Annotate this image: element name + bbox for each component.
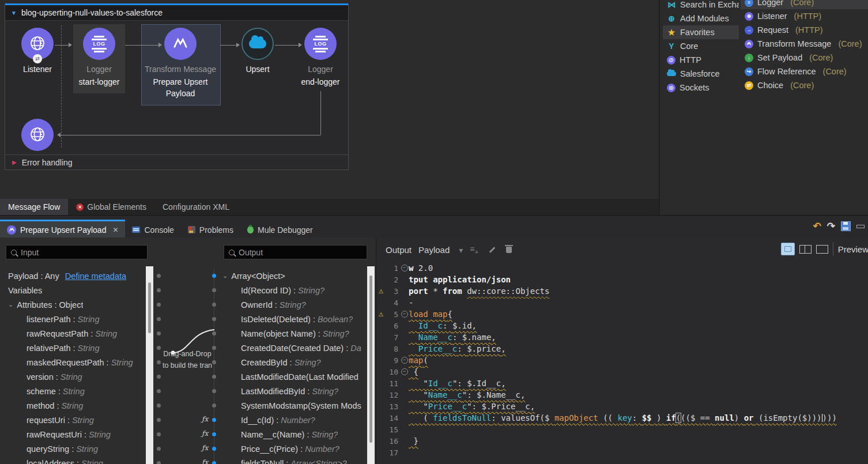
fx-expression-icon[interactable]: ƒx <box>202 415 211 423</box>
tree-expand-icon[interactable]: ⌄ <box>8 301 13 308</box>
input-anchor-dot[interactable] <box>157 432 161 436</box>
palette-item-set-payload[interactable]: ↓Set Payload(Core) <box>741 51 868 65</box>
output-anchor-dot[interactable] <box>212 303 216 307</box>
palette-item-choice[interactable]: ⇄Choice(Core) <box>741 78 868 92</box>
output-row-isdeleted-deleted[interactable]: IsDeleted(Deleted) : Boolean? <box>241 312 353 326</box>
output-anchor-dot[interactable] <box>212 288 216 292</box>
code-line-2[interactable]: 2tput application/json <box>376 274 868 285</box>
mapped-anchor-dot[interactable] <box>212 461 216 464</box>
output-anchor-dot[interactable] <box>212 389 216 393</box>
palette-item-transform-message[interactable]: Transform Message(Core) <box>741 37 868 51</box>
input-anchor-dot[interactable] <box>157 461 161 464</box>
input-row-attributes-object[interactable]: ⌄Attributes : Object <box>8 297 83 312</box>
output-row-systemmodstamp-system-mo[interactable]: SystemModstamp(System Mods <box>241 398 361 413</box>
input-row-listenerpath[interactable]: listenerPath : String <box>27 312 100 326</box>
code-line-8[interactable]: 8 Price__c: $.price, <box>376 343 868 354</box>
redo-icon[interactable]: ↷ <box>827 221 835 231</box>
delete-icon[interactable] <box>506 247 512 253</box>
input-anchor-dot[interactable] <box>157 389 161 393</box>
fx-expression-icon[interactable]: ƒx <box>202 458 211 464</box>
output-row-fieldstonull[interactable]: fieldsToNull : Array<String>? <box>241 456 347 464</box>
code-view-button[interactable] <box>781 243 795 255</box>
flow-node-start-logger[interactable]: LOG Logger start-logger <box>73 28 125 88</box>
error-handling-section[interactable]: ▶ Error handling <box>5 154 348 169</box>
add-target-icon[interactable]: ≡+ <box>470 244 478 255</box>
input-anchor-dot[interactable] <box>157 274 161 278</box>
flow-collapse-icon[interactable]: ▼ <box>11 10 17 16</box>
palette-category-add-modules[interactable]: ⊕Add Modules <box>663 12 739 25</box>
editor-target-label[interactable]: Payload <box>418 245 450 255</box>
output-row-price-c-price[interactable]: Price__c(Price) : Number? <box>241 442 339 456</box>
logger-node-circle[interactable]: LOG <box>304 28 337 60</box>
code-line-5[interactable]: ⚠5−load map{ <box>376 308 868 320</box>
single-view-button[interactable] <box>816 245 828 254</box>
output-anchor-dot[interactable] <box>212 317 216 321</box>
error-handling-expand-icon[interactable]: ▶ <box>12 159 17 165</box>
close-tab-icon[interactable]: ✕ <box>112 226 118 234</box>
input-anchor-dot[interactable] <box>157 375 161 379</box>
output-search-field[interactable]: Output <box>224 245 367 259</box>
input-search-field[interactable]: Input <box>6 245 148 259</box>
code-line-11[interactable]: 11 "Id__c": $.Id__c, <box>376 378 868 389</box>
flow-node-listener[interactable]: ⇄ Listener <box>14 28 61 74</box>
code-line-14[interactable]: 14 ( fieldsToNull: valuesOf($ mapObject … <box>376 412 868 424</box>
mapped-anchor-dot[interactable] <box>212 274 216 278</box>
input-row-scheme[interactable]: scheme : String <box>27 384 85 398</box>
palette-category-http[interactable]: @HTTP <box>663 53 739 67</box>
listener-node-circle[interactable] <box>21 119 54 151</box>
tab-console[interactable]: Console <box>125 221 180 238</box>
preview-toggle[interactable]: Preview <box>838 244 868 254</box>
palette-item-request[interactable]: →Request(HTTP) <box>741 23 868 37</box>
code-line-15[interactable]: 15 <box>376 424 868 435</box>
fold-marker-icon[interactable]: − <box>401 368 408 375</box>
tab-prepare-upsert-payload[interactable]: Prepare Upsert Payload ✕ <box>0 220 125 238</box>
code-line-12[interactable]: 12 "Name__c": $.Name__c, <box>376 389 868 401</box>
flow-node-listener-response[interactable] <box>14 119 61 151</box>
code-line-17[interactable]: 17 <box>376 447 868 458</box>
input-anchor-dot[interactable] <box>157 403 161 408</box>
define-metadata-link[interactable]: Define metadata <box>65 271 126 281</box>
input-row-localaddress[interactable]: localAddress : String <box>27 456 103 464</box>
save-icon[interactable] <box>841 221 851 231</box>
chevron-down-icon[interactable]: ▾ <box>459 246 463 255</box>
code-line-10[interactable]: 10− { <box>376 366 868 378</box>
output-row-createdbyid[interactable]: CreatedById : String? <box>241 355 321 369</box>
input-anchor-dot[interactable] <box>157 317 161 321</box>
flow-header[interactable]: ▼ blog-upserting-null-values-to-salesfor… <box>5 5 348 21</box>
palette-category-search-in-excha[interactable]: ⋈Search in Excha <box>663 0 739 12</box>
input-anchor-dot[interactable] <box>157 418 161 422</box>
output-row-ownerid[interactable]: OwnerId : String? <box>241 297 306 312</box>
flow-container[interactable]: ▼ blog-upserting-null-values-to-salesfor… <box>5 3 349 170</box>
input-row-requesturi[interactable]: requestUri : String <box>27 413 94 427</box>
input-row-method[interactable]: method : String <box>27 398 83 413</box>
tab-mule-debugger[interactable]: Mule Debugger <box>240 221 320 238</box>
tab-configuration-xml[interactable]: Configuration XML <box>154 199 237 215</box>
output-row-id-c-id[interactable]: Id__c(Id) : Number? <box>241 413 315 427</box>
input-row-payload-any[interactable]: Payload : AnyDefine metadata <box>8 269 126 283</box>
input-anchor-dot[interactable] <box>157 303 161 307</box>
output-anchor-dot[interactable] <box>212 403 216 408</box>
output-scrollbar[interactable] <box>367 266 375 464</box>
input-row-rawrequestpath[interactable]: rawRequestPath : String <box>27 326 117 341</box>
edit-icon[interactable] <box>489 247 496 253</box>
flow-node-upsert[interactable]: Upsert <box>235 28 281 74</box>
mapped-anchor-dot[interactable] <box>212 447 216 451</box>
minimize-panel-icon[interactable] <box>856 225 865 228</box>
input-row-variables[interactable]: Variables <box>8 283 42 297</box>
split-view-button[interactable] <box>799 245 812 254</box>
code-line-1[interactable]: 1−w 2.0 <box>376 262 868 274</box>
code-line-16[interactable]: 16 } <box>376 435 868 447</box>
input-anchor-dot[interactable] <box>157 331 161 335</box>
code-line-7[interactable]: 7 Name__c: $.name, <box>376 331 868 343</box>
dataweave-code-editor[interactable]: Output Payload ▾ ≡+ Preview 1−w 2.02tput… <box>376 237 868 464</box>
flow-node-transform-message[interactable]: Transform Message Prepare Upsert Payload <box>141 28 220 99</box>
input-row-maskedrequestpath[interactable]: maskedRequestPath : String <box>27 355 133 369</box>
tab-global-elements[interactable]: ✕ Global Elements <box>68 199 154 215</box>
output-row-createddate-created-date[interactable]: CreatedDate(Created Date) : Da <box>241 341 361 355</box>
code-line-13[interactable]: 13 "Price__c": $.Price__c, <box>376 401 868 412</box>
code-line-4[interactable]: 4- <box>376 297 868 308</box>
input-row-relativepath[interactable]: relativePath : String <box>27 341 100 355</box>
output-row-array-object[interactable]: ⌄Array<Object> <box>222 269 285 283</box>
undo-icon[interactable]: ↶ <box>813 221 821 231</box>
palette-category-core[interactable]: YCore <box>663 39 739 53</box>
